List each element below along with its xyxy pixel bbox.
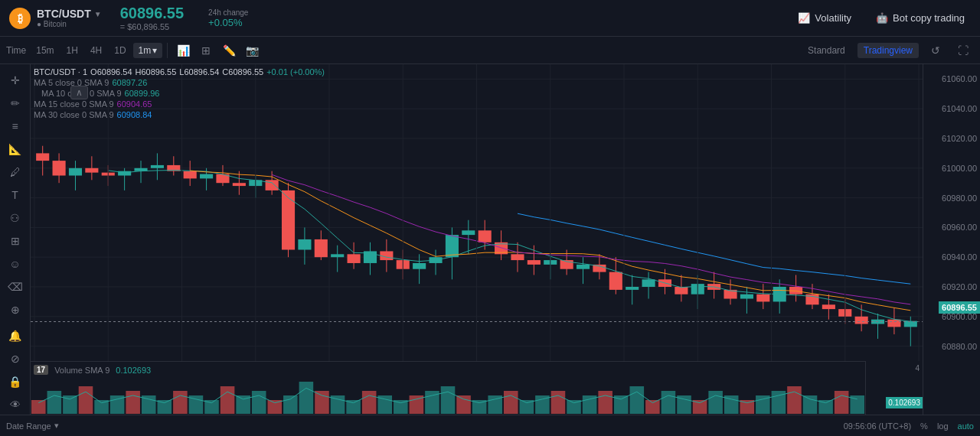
ma30-label: MA 30 close 0 SMA 9 <box>34 110 114 119</box>
measure-icon[interactable]: ⊞ <box>4 231 27 251</box>
ohlc-high: H60896.55 <box>136 67 177 76</box>
volume-chart: 17 Volume SMA 9 0.102693 <box>31 361 865 415</box>
text-icon[interactable]: T <box>4 185 27 205</box>
lines-icon[interactable]: ≡ <box>4 116 27 136</box>
eraser-icon[interactable]: ⌫ <box>4 277 27 297</box>
symbol-info: ₿ BTC/USDT ▼ ● Bitcoin <box>9 8 102 29</box>
toolbar-divider <box>167 43 168 58</box>
left-toolbar: ✛ ✏ ≡ 📐 🖊 T ⚇ ⊞ ☺ ⌫ ⊕ 🔔 ⊘ 🔒 👁 <box>0 64 31 415</box>
ruler-icon[interactable]: 📐 <box>4 139 27 159</box>
btc-icon: ₿ <box>9 8 31 29</box>
symbol-name[interactable]: BTC/USDT ▼ <box>37 8 102 20</box>
ma15-row: MA 15 close 0 SMA 9 60904.65 <box>34 99 325 109</box>
main-content: ✛ ✏ ≡ 📐 🖊 T ⚇ ⊞ ☺ ⌫ ⊕ 🔔 ⊘ 🔒 👁 BTC/USDT ·… <box>0 64 980 415</box>
auto-btn[interactable]: auto <box>958 421 974 431</box>
date-range-selector[interactable]: Date Range ▾ <box>6 421 59 431</box>
time-label: Time <box>6 45 26 56</box>
refresh-icon[interactable]: ↺ <box>925 40 946 61</box>
crosshair-icon[interactable]: ✛ <box>4 70 27 90</box>
tradingview-btn[interactable]: Tradingview <box>858 43 919 58</box>
tv-logo: 17 <box>34 365 48 375</box>
bot-icon: 🤖 <box>876 12 888 24</box>
alert-icon[interactable]: 🔔 <box>4 326 27 346</box>
tf-1d[interactable]: 1D <box>109 43 131 58</box>
date-range-label: Date Range <box>6 421 51 431</box>
symbol-dropdown-arrow: ▼ <box>94 10 102 18</box>
dropdown-arrow: ▾ <box>152 45 157 56</box>
chart-wrapper: BTC/USDT · 1 O60896.54 H60896.55 L60896.… <box>31 64 923 415</box>
zoom-in-icon[interactable]: ⊕ <box>4 300 27 320</box>
price-scale-canvas <box>923 64 980 361</box>
volume-badge: 0.102693 <box>886 397 923 408</box>
candle-icon[interactable]: ⊞ <box>195 40 217 61</box>
ma30-value: 60908.84 <box>117 110 152 119</box>
line-chart-icon[interactable]: 📊 <box>172 40 194 61</box>
tf-4h[interactable]: 4H <box>85 43 107 58</box>
ohlc-close: C60896.55 <box>222 67 263 76</box>
draw-icon[interactable]: ✏️ <box>218 40 240 61</box>
volatility-button[interactable]: 📈 Volatility <box>792 9 858 27</box>
price-scale: 60896.55 <box>923 64 980 415</box>
change-label: 24h change <box>208 8 248 17</box>
pencil-icon[interactable]: ✏ <box>4 93 27 113</box>
chart-toolbar: Time 15m 1H 4H 1D 1m ▾ 📊 ⊞ ✏️ 📷 Standard… <box>0 37 980 64</box>
symbol-text: BTC/USDT ▼ ● Bitcoin <box>37 8 102 28</box>
volume-info: 17 Volume SMA 9 0.102693 <box>34 365 151 375</box>
ohlc-low: L60896.54 <box>179 67 219 76</box>
bot-copy-trading-button[interactable]: 🤖 Bot copy trading <box>870 9 971 27</box>
collapse-button[interactable]: ∧ <box>70 86 88 99</box>
change-value: +0.05% <box>208 17 248 28</box>
ohlc-change: +0.01 (+0.00%) <box>266 67 325 76</box>
change-info: 24h change +0.05% <box>208 8 248 28</box>
price-usd: = $60,896.55 <box>120 22 170 31</box>
symbol-subtitle: ● Bitcoin <box>37 20 102 28</box>
volume-row: 17 Volume SMA 9 0.102693 4 0.102693 <box>31 361 923 415</box>
pen-nib-icon[interactable]: 🖊 <box>4 162 27 182</box>
fullscreen-icon[interactable]: ⛶ <box>952 40 974 61</box>
smile-icon[interactable]: ☺ <box>4 254 27 274</box>
tf-1m-dropdown[interactable]: 1m ▾ <box>133 43 163 58</box>
percent-btn[interactable]: % <box>920 421 928 431</box>
layers-icon[interactable]: ⊘ <box>4 349 27 369</box>
date-range-arrow: ▾ <box>54 421 59 431</box>
volume-scale-top: 4 <box>915 364 920 373</box>
ma15-value: 60904.65 <box>117 99 152 109</box>
ohlc-open: O60896.54 <box>90 67 132 76</box>
current-price-badge: 60896.55 <box>939 301 980 314</box>
volume-label: Volume SMA 9 <box>54 366 109 375</box>
log-btn[interactable]: log <box>937 421 949 431</box>
right-toolbar: Standard Tradingview ↺ ⛶ <box>802 40 974 61</box>
tf-15m[interactable]: 15m <box>31 43 59 58</box>
current-time: 09:56:06 (UTC+8) <box>844 421 911 431</box>
nodes-icon[interactable]: ⚇ <box>4 208 27 228</box>
volume-scale: 4 0.102693 <box>865 361 923 415</box>
bottom-bar: Date Range ▾ 09:56:06 (UTC+8) % log auto <box>0 415 980 436</box>
standard-view-btn[interactable]: Standard <box>802 43 851 58</box>
volume-sma-val: 0.102693 <box>116 366 151 375</box>
ma15-label: MA 15 close 0 SMA 9 <box>34 99 114 109</box>
chart-title: BTC/USDT · 1 <box>34 67 87 76</box>
ma30-row: MA 30 close 0 SMA 9 60908.84 <box>34 110 325 119</box>
volume-chart-canvas[interactable] <box>31 362 865 414</box>
chart-title-row: BTC/USDT · 1 O60896.54 H60896.55 L60896.… <box>34 67 325 76</box>
eye-icon[interactable]: 👁 <box>4 395 27 415</box>
top-bar: ₿ BTC/USDT ▼ ● Bitcoin 60896.55 = $60,89… <box>0 0 980 37</box>
volatility-icon: 📈 <box>798 12 810 24</box>
lock-icon[interactable]: 🔒 <box>4 372 27 392</box>
main-chart: BTC/USDT · 1 O60896.54 H60896.55 L60896.… <box>31 64 923 361</box>
tf-1h[interactable]: 1H <box>61 43 83 58</box>
bottom-right-controls: 09:56:06 (UTC+8) % log auto <box>844 421 974 431</box>
ma5-value: 60897.26 <box>112 78 147 87</box>
ma10-value: 60899.96 <box>125 89 160 98</box>
camera-icon[interactable]: 📷 <box>241 40 263 61</box>
current-price: 60896.55 <box>120 5 184 22</box>
top-right-actions: 📈 Volatility 🤖 Bot copy trading <box>792 9 971 27</box>
